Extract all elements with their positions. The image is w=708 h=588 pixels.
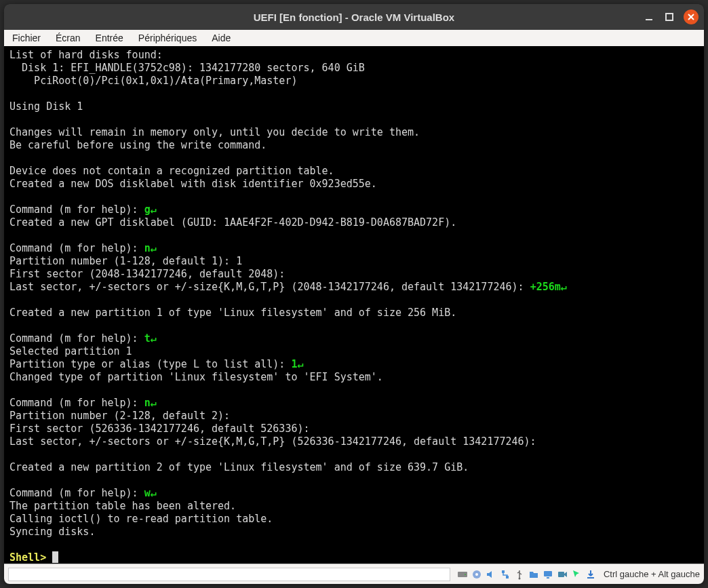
mouse-integration-icon[interactable] <box>571 568 583 580</box>
enter-icon: ↵ <box>151 203 157 216</box>
terminal-line: Syncing disks. <box>9 526 95 538</box>
svg-rect-7 <box>506 576 509 579</box>
terminal-line: Last sector, +/-sectors or +/-size{K,M,G… <box>9 435 536 448</box>
terminal-line: Changes will remain in memory only, unti… <box>9 126 420 138</box>
command-prompt: Command (m for help): <box>9 487 144 499</box>
title-bar[interactable]: UEFI [En fonction] - Oracle VM VirtualBo… <box>4 4 704 30</box>
enter-icon: ↵ <box>151 487 157 499</box>
user-input: n <box>144 397 151 409</box>
terminal-line: The partition table has been altered. <box>9 500 236 512</box>
command-prompt: Command (m for help): <box>9 332 144 345</box>
maximize-button[interactable] <box>663 11 675 23</box>
svg-rect-10 <box>547 577 549 579</box>
virtualbox-window: UEFI [En fonction] - Oracle VM VirtualBo… <box>4 4 704 584</box>
usb-icon[interactable] <box>514 568 526 580</box>
status-address-field[interactable] <box>8 568 450 581</box>
user-input: g <box>144 203 151 216</box>
terminal-line: First sector (2048-1342177246, default 2… <box>9 268 285 280</box>
recording-icon[interactable] <box>557 568 568 580</box>
shell-prompt: Shell> <box>9 551 52 564</box>
menu-display[interactable]: Écran <box>54 31 82 45</box>
command-prompt: Command (m for help): <box>9 203 144 216</box>
command-prompt: Command (m for help): <box>9 242 144 254</box>
svg-point-8 <box>519 577 521 579</box>
user-input: w <box>144 487 151 499</box>
terminal-line: Partition number (2-128, default 2): <box>9 410 230 422</box>
menu-file[interactable]: Fichier <box>11 31 42 45</box>
user-input: t <box>144 332 151 345</box>
terminal-line: Disk 1: EFI_HANDLE(3752c98): 1342177280 … <box>9 62 365 74</box>
display-icon[interactable] <box>543 568 554 580</box>
terminal-line: PciRoot(0)/Pci(0x1,0x1)/Ata(Primary,Mast… <box>9 75 297 87</box>
command-prompt: Command (m for help): <box>9 397 144 409</box>
terminal-line: Device does not contain a recognized par… <box>9 165 334 177</box>
terminal-line: Selected partition 1 <box>9 345 132 357</box>
enter-icon: ↵ <box>151 332 157 345</box>
svg-rect-11 <box>558 572 564 577</box>
enter-icon: ↵ <box>151 242 157 254</box>
enter-icon: ↵ <box>561 281 567 293</box>
keyboard-capture-icon[interactable] <box>585 568 597 580</box>
terminal-line: Partition number (1-128, default 1): 1 <box>9 255 242 267</box>
desktop: UEFI [En fonction] - Oracle VM VirtualBo… <box>0 0 708 588</box>
terminal-line: Changed type of partition 'Linux filesys… <box>9 371 383 383</box>
svg-point-5 <box>475 573 478 576</box>
shared-folders-icon[interactable] <box>528 568 540 580</box>
terminal-line: List of hard disks found: <box>9 49 163 61</box>
terminal-line: Last sector, +/-sectors or +/-size{K,M,G… <box>9 281 530 293</box>
terminal-line: First sector (526336-1342177246, default… <box>9 423 310 435</box>
vm-display-terminal[interactable]: List of hard disks found: Disk 1: EFI_HA… <box>4 46 704 570</box>
hard-disk-icon[interactable] <box>457 568 469 580</box>
window-controls <box>643 9 699 24</box>
svg-rect-12 <box>587 577 594 579</box>
close-button[interactable] <box>684 9 699 24</box>
user-input: +256m <box>530 281 561 293</box>
terminal-line: Be careful before using the write comman… <box>9 139 267 151</box>
optical-drive-icon[interactable] <box>471 568 483 580</box>
svg-point-3 <box>465 574 466 575</box>
svg-rect-1 <box>666 14 673 20</box>
enter-icon: ↵ <box>297 358 303 370</box>
svg-rect-9 <box>544 571 552 576</box>
cursor <box>52 551 58 563</box>
svg-rect-6 <box>502 570 505 573</box>
terminal-line: Partition type or alias (type L to list … <box>9 358 291 370</box>
terminal-line: Calling ioctl() to re-read partition tab… <box>9 513 273 525</box>
menu-devices[interactable]: Périphériques <box>137 31 198 45</box>
host-key-label[interactable]: Ctrl gauche + Alt gauche <box>599 569 700 579</box>
user-input: n <box>144 242 151 254</box>
network-icon[interactable] <box>500 568 511 580</box>
vm-status-bar: Ctrl gauche + Alt gauche <box>4 564 704 584</box>
audio-icon[interactable] <box>486 568 497 580</box>
menu-help[interactable]: Aide <box>210 31 232 45</box>
terminal-line: Created a new GPT disklabel (GUID: 1AAE4… <box>9 216 456 229</box>
terminal-line: Using Disk 1 <box>9 100 83 113</box>
menu-input[interactable]: Entrée <box>94 31 125 45</box>
window-title: UEFI [En fonction] - Oracle VM VirtualBo… <box>254 12 454 23</box>
terminal-line: Created a new DOS disklabel with disk id… <box>9 178 377 190</box>
terminal-line: Created a new partition 2 of type 'Linux… <box>9 461 469 473</box>
minimize-button[interactable] <box>643 11 655 23</box>
terminal-line: Created a new partition 1 of type 'Linux… <box>9 307 456 319</box>
svg-rect-0 <box>646 19 652 20</box>
enter-icon: ↵ <box>151 397 157 409</box>
menu-bar: Fichier Écran Entrée Périphériques Aide <box>4 30 704 46</box>
